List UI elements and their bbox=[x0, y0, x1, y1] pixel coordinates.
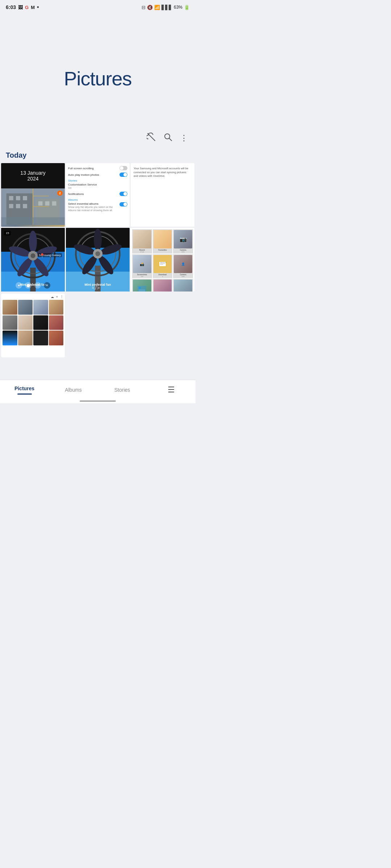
more-options-icon[interactable]: ⋮ bbox=[180, 133, 188, 143]
nav-pictures[interactable]: Pictures bbox=[0, 386, 49, 395]
gallery-top-bar: ☁ + ⋮ bbox=[3, 295, 63, 299]
page-title-container: Pictures bbox=[0, 64, 196, 93]
svg-rect-6 bbox=[16, 196, 20, 200]
gallery-thumb-fan bbox=[3, 331, 17, 345]
ctrl-circle-2: ⬤ bbox=[25, 282, 31, 289]
grid-item-fan2[interactable]: </> Mini pedestal fan bbox=[66, 228, 130, 292]
setting-custom-label: Customisation Service On bbox=[68, 183, 127, 190]
toolbar: ⋮ bbox=[0, 129, 196, 147]
gmail-icon: G bbox=[25, 5, 29, 10]
svg-rect-7 bbox=[23, 196, 27, 200]
svg-text:Manish shah: Manish shah bbox=[160, 262, 167, 263]
grid-item-date-photo[interactable]: 13 January 2024 bbox=[1, 163, 65, 227]
svg-point-46 bbox=[95, 251, 100, 256]
battery-percent: 63% bbox=[174, 5, 182, 10]
location-pin-icon: 📍 bbox=[39, 253, 45, 258]
grid-item-onedrive[interactable]: Your Samsung and Microsoft accounts will… bbox=[131, 163, 194, 227]
svg-rect-12 bbox=[38, 201, 43, 206]
header-spacer bbox=[0, 13, 196, 64]
settings-content: Full screen scrolling Auto play motion p… bbox=[66, 163, 130, 227]
gallery-thumb-1 bbox=[3, 300, 17, 315]
mail-icon: M bbox=[31, 5, 35, 10]
time-display: 6:03 bbox=[6, 4, 16, 10]
album-wa-business: WhatsApp Bus... 471 bbox=[173, 279, 193, 292]
grid-item-fan-video[interactable]: 15 Samsung Galaxy 📍 Mini pedestal fan ● … bbox=[1, 228, 65, 292]
fullscreen-toggle bbox=[119, 166, 127, 170]
gallery-app-content: ☁ + ⋮ bbox=[1, 294, 65, 357]
svg-line-0 bbox=[148, 133, 155, 141]
svg-rect-18 bbox=[1, 217, 65, 225]
grid-item-settings[interactable]: Full screen scrolling Auto play motion p… bbox=[66, 163, 130, 227]
album-favourites: Favourites bbox=[153, 229, 173, 254]
status-left: 6:03 🖼 G M • bbox=[6, 4, 39, 10]
grid-item-albums[interactable]: Recent 27163 Favourites 📷 Camera 4061 📸 … bbox=[131, 228, 194, 292]
grid-item-gallery-app[interactable]: ☁ + ⋮ bbox=[1, 294, 65, 357]
signal-icon: ▋▋▋ bbox=[161, 5, 172, 10]
svg-rect-8 bbox=[9, 204, 13, 208]
bottom-spacer bbox=[0, 358, 196, 380]
gallery-thumb-4 bbox=[49, 300, 64, 315]
fan2-label: Mini pedestal fan bbox=[66, 283, 130, 286]
fan-count-badge: 15 bbox=[4, 231, 11, 235]
nav-stories[interactable]: Stories bbox=[98, 387, 147, 393]
bottom-nav: Pictures Albums Stories ☰ bbox=[0, 380, 196, 397]
fan-photo-content: 15 Samsung Galaxy 📍 Mini pedestal fan ● … bbox=[1, 228, 65, 292]
status-bar: 6:03 🖼 G M • ⊟ 🔇 📶 ▋▋▋ 63% 🔋 bbox=[0, 0, 196, 13]
gallery-thumb-6 bbox=[18, 315, 33, 330]
gallery-thumb-kids bbox=[18, 331, 33, 345]
albums-content: Recent 27163 Favourites 📷 Camera 4061 📸 … bbox=[131, 228, 194, 292]
date-sub: 2024 bbox=[27, 176, 38, 182]
ctrl-circle-3: □ bbox=[34, 282, 41, 289]
gallery-cloud-icon: ☁ bbox=[51, 295, 54, 299]
svg-rect-5 bbox=[9, 196, 13, 200]
gallery-add-icon: + bbox=[56, 295, 58, 299]
nav-pictures-underline bbox=[17, 393, 32, 395]
nav-stories-label: Stories bbox=[114, 387, 130, 393]
album-screenshots: 📸 Screenshots 538 bbox=[132, 254, 152, 278]
nav-pictures-label: Pictures bbox=[14, 386, 34, 391]
date-overlay: 13 January 2024 bbox=[1, 163, 65, 188]
svg-line-2 bbox=[169, 139, 172, 141]
essential-toggle bbox=[119, 202, 127, 207]
sim-icon: ⊟ bbox=[142, 5, 146, 10]
svg-point-54 bbox=[139, 287, 141, 289]
fan-video-controls: ● ⬤ □ ✕ bbox=[1, 282, 65, 289]
gallery-thumb-extra1 bbox=[33, 331, 48, 345]
cloud-off-icon[interactable] bbox=[147, 132, 156, 144]
svg-rect-14 bbox=[52, 201, 56, 206]
battery-icon: 🔋 bbox=[184, 5, 190, 10]
ctrl-circle-x: ✕ bbox=[44, 282, 50, 289]
gallery-thumb-8 bbox=[49, 315, 64, 330]
svg-rect-10 bbox=[23, 204, 27, 208]
notif-toggle bbox=[119, 192, 127, 196]
nav-albums-label: Albums bbox=[65, 387, 82, 393]
header-spacer2 bbox=[0, 93, 196, 129]
svg-rect-13 bbox=[45, 201, 50, 206]
hamburger-icon: ☰ bbox=[168, 385, 175, 395]
gallery-thumb-2 bbox=[18, 300, 33, 315]
today-section-header: Today bbox=[0, 147, 196, 162]
gallery-thumb-5 bbox=[3, 315, 17, 330]
album-camera2: 👤 Camera 1665 bbox=[173, 254, 193, 278]
svg-point-32 bbox=[30, 253, 35, 258]
album-wa-images: WhatsApp Ima... 19435 bbox=[132, 279, 152, 292]
page-title: Pictures bbox=[0, 67, 196, 90]
ctrl-circle-1: ● bbox=[16, 282, 22, 289]
nav-menu[interactable]: ☰ bbox=[147, 385, 196, 395]
today-label: Today bbox=[6, 151, 26, 159]
svg-point-40 bbox=[94, 229, 102, 251]
gallery-thumb-extra2 bbox=[49, 331, 64, 345]
gallery-inner-more bbox=[3, 331, 63, 345]
mute-icon: 🔇 bbox=[147, 5, 153, 10]
stories-section-label: Stories bbox=[68, 179, 127, 182]
gallery-more-icon: ⋮ bbox=[60, 295, 63, 299]
nav-albums[interactable]: Albums bbox=[49, 387, 98, 393]
setting-fullscreen-label: Full screen scrolling bbox=[68, 167, 119, 170]
wifi-icon: 📶 bbox=[154, 5, 160, 10]
album-camera: 📷 Camera 4061 bbox=[173, 229, 193, 254]
building-photo: 2 bbox=[1, 188, 65, 227]
search-icon[interactable] bbox=[163, 132, 173, 144]
onedrive-text: Your Samsung and Microsoft accounts will… bbox=[134, 167, 192, 178]
album-recent: Recent 27163 bbox=[132, 229, 152, 254]
svg-rect-55 bbox=[139, 289, 145, 292]
